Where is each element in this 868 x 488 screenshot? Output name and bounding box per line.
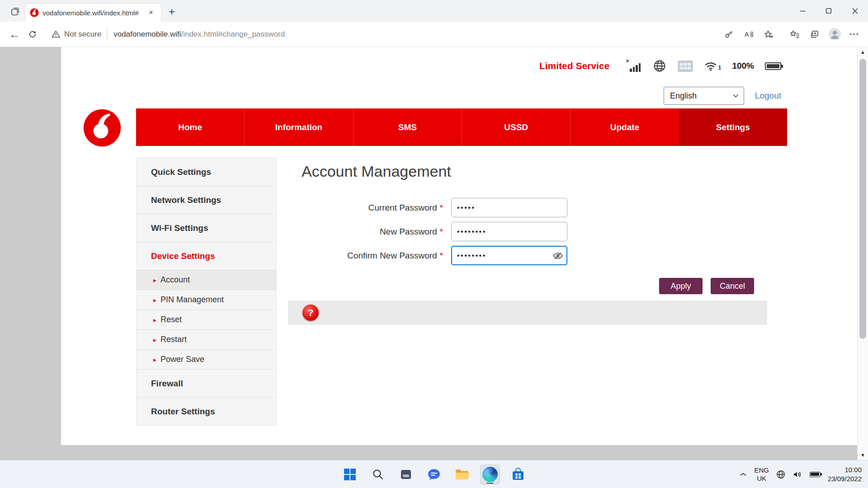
favorites-icon[interactable]: [787, 26, 803, 42]
page-title: Account Management: [302, 163, 451, 180]
refresh-icon: [28, 30, 37, 39]
volume-icon[interactable]: [793, 470, 802, 479]
vertical-scrollbar[interactable]: ▲ ▼: [857, 47, 868, 460]
sidebar-item-reset-label: Reset: [160, 315, 182, 324]
select-chevron-icon: [733, 94, 739, 98]
start-button[interactable]: [340, 465, 360, 484]
wifi-count-badge: 1: [718, 64, 721, 71]
scrollbar-thumb[interactable]: [859, 59, 866, 339]
edge-button[interactable]: [480, 465, 500, 484]
collections-icon[interactable]: [807, 26, 823, 42]
confirm-password-label: Confirm New Password *: [61, 251, 443, 261]
sidebar-item-quick-settings[interactable]: Quick Settings: [136, 158, 277, 186]
nav-item-settings[interactable]: Settings: [679, 108, 787, 146]
battery-percent-text: 100%: [732, 61, 754, 71]
minimize-icon: [800, 8, 806, 14]
device-status-bar: Limited Service × 1 100%: [539, 56, 781, 76]
password-key-icon[interactable]: [721, 26, 737, 42]
required-asterisk: *: [440, 227, 443, 237]
chat-button[interactable]: [424, 465, 444, 484]
red-arrow-icon: ▸: [153, 336, 156, 343]
hidden-icons-chevron[interactable]: [740, 472, 747, 477]
url-text: vodafonemobile.wifi/index.html#change_pa…: [113, 30, 285, 39]
file-explorer-button[interactable]: [452, 465, 472, 484]
red-arrow-icon: ▸: [153, 296, 156, 304]
new-password-input[interactable]: [451, 222, 567, 241]
scroll-down-arrow[interactable]: ▼: [858, 452, 868, 458]
screen: vodafonemobile.wifi/index.html# × + ← No…: [0, 0, 868, 488]
omnibox[interactable]: Not secure vodafonemobile.wifi/index.htm…: [45, 25, 717, 44]
red-arrow-icon: ▸: [153, 316, 156, 324]
settings-more-icon[interactable]: ···: [846, 26, 863, 42]
browser-tab-strip: vodafonemobile.wifi/index.html# × +: [0, 0, 868, 22]
browser-address-bar: ← Not secure vodafonemobile.wifi/index.h…: [0, 22, 868, 47]
tab-actions-icon[interactable]: [7, 4, 23, 19]
task-view-button[interactable]: [396, 465, 416, 484]
clock[interactable]: 10:00 23/09/2022: [828, 465, 862, 483]
toolbar-icons: A ···: [721, 26, 863, 42]
store-button[interactable]: [508, 465, 528, 484]
browser-tab[interactable]: vodafonemobile.wifi/index.html# ×: [25, 4, 161, 22]
back-button[interactable]: ←: [5, 25, 24, 43]
sidebar-item-router-settings[interactable]: Router Settings: [136, 398, 277, 426]
form-buttons: Apply Cancel: [659, 278, 754, 294]
help-button[interactable]: ?: [302, 305, 319, 321]
nav-item-ussd[interactable]: USSD: [462, 108, 570, 146]
nav-item-update[interactable]: Update: [570, 108, 679, 146]
sim-card-icon: [677, 60, 693, 72]
new-tab-button[interactable]: +: [165, 5, 179, 19]
current-password-input[interactable]: [451, 198, 567, 217]
chat-icon: [427, 468, 441, 481]
sidebar-item-reset[interactable]: ▸ Reset: [136, 310, 277, 330]
maximize-button[interactable]: [816, 0, 842, 22]
read-aloud-icon[interactable]: A: [741, 26, 757, 42]
stacked-tabs-icon: [11, 8, 19, 15]
language-selected-value: English: [670, 91, 697, 101]
apply-button[interactable]: Apply: [659, 278, 703, 294]
red-arrow-icon: ▸: [153, 277, 156, 284]
sidebar-item-power-save-label: Power Save: [160, 355, 204, 364]
close-button[interactable]: [842, 0, 868, 22]
sidebar-item-power-save[interactable]: ▸ Power Save: [136, 350, 277, 370]
logout-link[interactable]: Logout: [755, 91, 781, 101]
store-icon: [511, 468, 525, 481]
task-view-icon: [400, 468, 412, 481]
sidebar-item-restart[interactable]: ▸ Restart: [136, 330, 277, 350]
tray-battery-icon[interactable]: [810, 472, 821, 477]
show-password-eye-icon[interactable]: [552, 252, 563, 260]
sidebar-item-pin-management[interactable]: ▸ PIN Management: [136, 290, 277, 310]
windows-taskbar: ENG UK 10:00 23/09/2022: [0, 460, 868, 488]
nav-item-information[interactable]: Information: [244, 108, 353, 146]
sidebar-item-account-label: Account: [160, 275, 190, 285]
page-viewport: Limited Service × 1 100%: [0, 47, 868, 460]
tab-close-icon[interactable]: ×: [146, 7, 156, 18]
date-text: 23/09/2022: [828, 474, 862, 483]
sidebar-item-firewall[interactable]: Firewall: [136, 370, 277, 398]
confirm-password-input[interactable]: [451, 246, 567, 265]
add-favorite-icon[interactable]: [760, 26, 777, 42]
close-icon: [852, 8, 858, 14]
search-button[interactable]: [368, 465, 388, 484]
nav-item-sms[interactable]: SMS: [353, 108, 462, 146]
sidebar-item-restart-label: Restart: [160, 335, 187, 344]
cancel-button[interactable]: Cancel: [711, 278, 754, 294]
language-row: English Logout: [664, 87, 781, 105]
profile-avatar[interactable]: [826, 26, 843, 42]
language-line1: ENG: [754, 466, 769, 474]
maximize-icon: [826, 8, 831, 14]
scroll-up-arrow[interactable]: ▲: [858, 49, 868, 55]
new-password-row: New Password *: [61, 222, 857, 241]
sidebar-item-account[interactable]: ▸ Account: [136, 270, 277, 290]
network-globe-icon[interactable]: [776, 470, 785, 479]
new-password-label: New Password *: [61, 227, 443, 237]
minimize-button[interactable]: [789, 0, 816, 22]
keyboard-language-switcher[interactable]: ENG UK: [754, 466, 769, 482]
refresh-button[interactable]: [24, 25, 42, 43]
url-host: vodafonemobile.wifi: [113, 30, 181, 38]
no-signal-x-mark: ×: [626, 57, 629, 64]
red-arrow-icon: ▸: [153, 356, 156, 363]
current-password-label: Current Password *: [61, 203, 443, 213]
help-bar: ?: [288, 300, 767, 325]
nav-item-home[interactable]: Home: [136, 108, 244, 146]
language-select[interactable]: English: [664, 87, 744, 105]
